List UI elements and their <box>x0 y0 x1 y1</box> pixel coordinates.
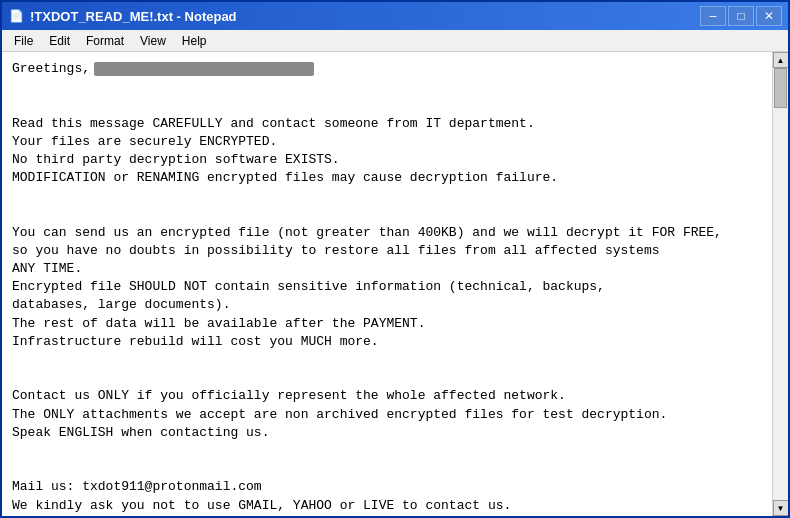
line12: The rest of data will be available after… <box>12 316 425 331</box>
app-icon: 📄 <box>8 8 24 24</box>
title-bar-left: 📄 !TXDOT_READ_ME!.txt - Notepad <box>8 8 237 24</box>
title-bar: 📄 !TXDOT_READ_ME!.txt - Notepad – □ ✕ <box>2 2 788 30</box>
menu-view[interactable]: View <box>132 32 174 50</box>
menu-format[interactable]: Format <box>78 32 132 50</box>
window-title: !TXDOT_READ_ME!.txt - Notepad <box>30 9 237 24</box>
line3: Your files are securely ENCRYPTED. <box>12 134 277 149</box>
line8: so you have no doubts in possibility to … <box>12 243 660 258</box>
notepad-window: 📄 !TXDOT_READ_ME!.txt - Notepad – □ ✕ Fi… <box>0 0 790 518</box>
line5: MODIFICATION or RENAMING encrypted files… <box>12 170 558 185</box>
line2: Read this message CAREFULLY and contact … <box>12 116 535 131</box>
line11: databases, large documents). <box>12 297 230 312</box>
vertical-scrollbar[interactable]: ▲ ▼ <box>772 52 788 516</box>
content-area: Greetings, Read this message CAREFULLY a… <box>2 52 788 516</box>
line13: Infrastructure rebuild will cost you MUC… <box>12 334 379 349</box>
line19: Mail us: txdot911@protonmail.com <box>12 479 262 494</box>
menu-help[interactable]: Help <box>174 32 215 50</box>
line15: Contact us ONLY if you officially repres… <box>12 388 566 403</box>
menu-file[interactable]: File <box>6 32 41 50</box>
line7: You can send us an encrypted file (not g… <box>12 225 722 240</box>
close-button[interactable]: ✕ <box>756 6 782 26</box>
scrollbar-track[interactable] <box>773 68 788 500</box>
text-editor[interactable]: Greetings, Read this message CAREFULLY a… <box>2 52 772 516</box>
menu-edit[interactable]: Edit <box>41 32 78 50</box>
redacted-text <box>94 62 314 76</box>
line20: We kindly ask you not to use GMAIL, YAHO… <box>12 498 511 513</box>
title-bar-controls: – □ ✕ <box>700 6 782 26</box>
line4: No third party decryption software EXIST… <box>12 152 340 167</box>
maximize-button[interactable]: □ <box>728 6 754 26</box>
line17: Speak ENGLISH when contacting us. <box>12 425 269 440</box>
greeting-line: Greetings, <box>12 61 90 76</box>
line10: Encrypted file SHOULD NOT contain sensit… <box>12 279 605 294</box>
scrollbar-thumb[interactable] <box>774 68 787 108</box>
menu-bar: File Edit Format View Help <box>2 30 788 52</box>
scroll-down-button[interactable]: ▼ <box>773 500 789 516</box>
line16: The ONLY attachments we accept are non a… <box>12 407 667 422</box>
minimize-button[interactable]: – <box>700 6 726 26</box>
line9: ANY TIME. <box>12 261 82 276</box>
scroll-up-button[interactable]: ▲ <box>773 52 789 68</box>
